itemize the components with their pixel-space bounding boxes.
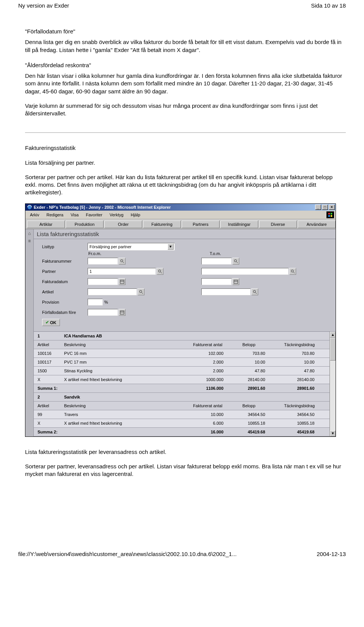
search-icon[interactable] <box>119 258 126 265</box>
fakturanummer-from-input[interactable] <box>88 258 118 265</box>
app-page-title: Lista faktureringsstatistik <box>34 229 336 239</box>
table-row: XX artikel med fritext beskrivning6.0001… <box>34 419 329 427</box>
main-area: Lista faktureringsstatistik Listtyp Förs… <box>34 229 336 436</box>
table-row: 1500Stinas Kyckling2.00047.8047.80 <box>34 366 329 375</box>
home-icon[interactable]: ⌂ <box>28 231 31 236</box>
calendar-icon[interactable] <box>119 309 126 316</box>
tab-order[interactable]: Order <box>104 221 142 228</box>
footer-date: 2004-12-13 <box>317 551 346 557</box>
label-artikel: Artikel <box>42 290 88 294</box>
svg-line-10 <box>161 272 162 273</box>
svg-point-7 <box>234 260 237 262</box>
search-icon[interactable] <box>289 268 296 275</box>
paragraph: Sorterar per partner och per artikel. Hä… <box>25 173 346 197</box>
svg-rect-13 <box>120 280 124 284</box>
section-heading: "Förfallodatum före" <box>25 28 346 35</box>
summary-row: Summa 2:16.00045419.6845419.68 <box>34 427 329 436</box>
listtyp-select[interactable]: Försäljning per partner ▾ <box>88 243 175 250</box>
paragraph: Varje kolumn är summerad för sig och des… <box>25 102 346 118</box>
summary-row: Summa 1:1106.00028901.6028901.60 <box>34 384 329 392</box>
fakturadatum-from-input[interactable] <box>88 278 118 285</box>
tab-installningar[interactable]: Inställningar <box>220 221 258 228</box>
label-partner: Partner <box>42 269 88 274</box>
minimize-button[interactable]: _ <box>315 205 321 210</box>
table-row: 100117PVC 17 mm2.00010.0010.00 <box>34 358 329 366</box>
provision-unit: % <box>104 300 108 304</box>
svg-rect-2 <box>331 213 332 214</box>
calendar-icon[interactable] <box>232 278 239 285</box>
list-icon[interactable]: ≡ <box>28 238 31 244</box>
results-grid-wrap: 1ICA Handlarnas ABArtikelBeskrivningFakt… <box>34 332 336 436</box>
scroll-up-icon[interactable]: ▴ <box>330 332 336 338</box>
paragraph: Denna lista ger dig en snabb överblick a… <box>25 38 346 54</box>
fakturanummer-to-input[interactable] <box>201 258 232 265</box>
table-row: XX artikel med fritext beskrivning1000.0… <box>34 375 329 384</box>
section-heading: "Åldersfördelad reskontra" <box>25 61 346 69</box>
check-icon: ✔ <box>46 320 49 325</box>
partner-to-input[interactable] <box>201 268 289 275</box>
svg-line-18 <box>142 292 143 294</box>
tab-produktion[interactable]: Produktion <box>66 221 104 228</box>
search-icon[interactable] <box>138 288 144 295</box>
paragraph: Lista faktureringsstatistik per leverans… <box>25 448 346 456</box>
partner-from-input[interactable] <box>88 268 156 275</box>
svg-line-8 <box>237 262 238 263</box>
menubar: Arkiv Redigera Visa Favoriter Verktyg Hj… <box>25 211 336 219</box>
menu-arkiv[interactable]: Arkiv <box>27 212 42 218</box>
vertical-scrollbar[interactable]: ▴ ▾ <box>329 332 336 436</box>
forfallo-input[interactable] <box>88 309 118 316</box>
window-buttons: _ □ × <box>315 205 335 210</box>
ie-window: Exder - NP's Testbolag [5] - Jenny - 200… <box>25 203 336 437</box>
artikel-to-input[interactable] <box>201 288 251 295</box>
divider <box>25 132 346 133</box>
titlebar: Exder - NP's Testbolag [5] - Jenny - 200… <box>25 204 336 211</box>
ie-icon <box>27 205 32 210</box>
maximize-button[interactable]: □ <box>322 205 328 210</box>
search-icon[interactable] <box>251 288 258 295</box>
close-button[interactable]: × <box>329 205 335 210</box>
label-fakturadatum: Fakturadatum <box>42 279 88 284</box>
tab-fakturering[interactable]: Fakturering <box>143 221 181 228</box>
fakturadatum-to-input[interactable] <box>201 278 232 285</box>
page-footer: file://Y:\web\version4\swedish\customer_… <box>0 548 364 561</box>
label-provision: Provision <box>42 300 88 304</box>
menu-hjalp[interactable]: Hjälp <box>128 212 143 218</box>
search-icon[interactable] <box>232 258 239 265</box>
artikel-from-input[interactable] <box>88 288 137 295</box>
svg-point-5 <box>121 260 123 262</box>
section-heading: Faktureringsstatistik <box>25 144 346 152</box>
menu-verktyg[interactable]: Verktyg <box>107 212 127 218</box>
search-icon[interactable] <box>157 268 163 275</box>
table-row: 99Travers10.00034564.5034564.50 <box>34 410 329 419</box>
label-forfallo: Förfallodatum före <box>42 310 88 315</box>
ok-button[interactable]: ✔ OK <box>42 319 60 326</box>
calendar-icon[interactable] <box>119 278 126 285</box>
app-body: ⌂ ≡ Lista faktureringsstatistik Listtyp … <box>25 229 336 436</box>
column-header-row: ArtikelBeskrivningFakturerat antalBelopp… <box>34 340 329 349</box>
tab-partners[interactable]: Partners <box>182 221 220 228</box>
paragraph: Lista försäljning per partner. <box>25 159 346 167</box>
table-row: 100116PVC 16 mm102.000703.80703.80 <box>34 349 329 358</box>
scroll-down-icon[interactable]: ▾ <box>330 430 336 436</box>
label-listtyp: Listtyp <box>42 244 88 249</box>
svg-point-19 <box>253 290 256 293</box>
paragraph: Den här listan visar i olika kolumner hu… <box>25 72 346 95</box>
tab-anvandare[interactable]: Användare <box>298 221 336 228</box>
scroll-track[interactable] <box>330 338 336 430</box>
provision-input[interactable] <box>88 299 103 306</box>
menu-redigera[interactable]: Redigera <box>44 212 67 218</box>
menu-visa[interactable]: Visa <box>67 212 82 218</box>
svg-point-17 <box>140 290 142 293</box>
window-title: Exder - NP's Testbolag [5] - Jenny - 200… <box>34 205 171 210</box>
scroll-thumb[interactable] <box>330 338 336 361</box>
header-left: Ny version av Exder <box>18 2 69 9</box>
listtyp-value: Försäljning per partner <box>89 244 132 249</box>
tab-artiklar[interactable]: Artiklar <box>27 221 65 228</box>
paragraph: Sorterar per partner, leveransadress och… <box>25 463 346 478</box>
svg-rect-15 <box>234 280 238 284</box>
svg-rect-4 <box>331 215 332 216</box>
menu-favoriter[interactable]: Favoriter <box>83 212 105 218</box>
page-header: Ny version av Exder Sida 10 av 18 <box>18 0 346 20</box>
tab-diverse[interactable]: Diverse <box>259 221 297 228</box>
footer-path: file://Y:\web\version4\swedish\customer_… <box>18 551 237 557</box>
